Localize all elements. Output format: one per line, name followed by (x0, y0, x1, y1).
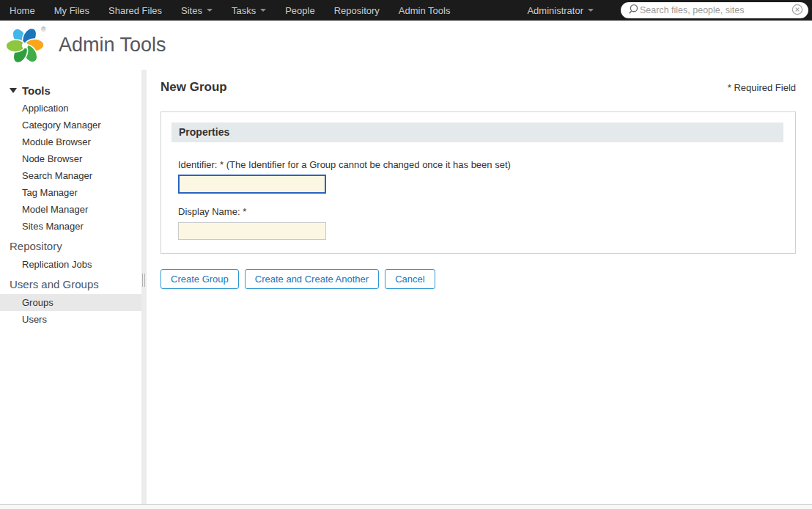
nav-tasks-label: Tasks (232, 5, 256, 16)
page-header-title: Admin Tools (59, 34, 166, 56)
form-buttons: Create Group Create and Create Another C… (160, 269, 796, 289)
display-name-input[interactable] (178, 222, 326, 240)
create-and-create-another-button[interactable]: Create and Create Another (245, 269, 379, 289)
sidebar-item-groups[interactable]: Groups (0, 294, 141, 311)
main-content: New Group * Required Field Properties Id… (147, 70, 812, 504)
nav-people-label: People (285, 5, 314, 16)
user-menu[interactable]: Administrator (517, 0, 603, 21)
nav-admin-tools-label: Admin Tools (399, 5, 451, 16)
splitter-grip-icon (142, 274, 145, 287)
nav-people[interactable]: People (276, 0, 324, 21)
nav-tasks[interactable]: Tasks (222, 0, 276, 21)
create-group-button[interactable]: Create Group (160, 269, 239, 289)
collapse-triangle-icon (10, 88, 17, 93)
search-icon (627, 3, 640, 18)
sidebar-item-node-browser[interactable]: Node Browser (0, 150, 141, 167)
nav-repository[interactable]: Repository (325, 0, 389, 21)
caret-down-icon (588, 9, 594, 12)
sidebar-resize-splitter[interactable] (141, 70, 147, 504)
search-input[interactable] (640, 5, 791, 15)
topbar-right: Administrator (517, 0, 812, 21)
nav-shared-files[interactable]: Shared Files (99, 0, 171, 21)
sidebar-item-sites-manager[interactable]: Sites Manager (0, 218, 141, 235)
footer-divider (0, 504, 812, 509)
registered-mark: ® (41, 26, 46, 33)
sidebar-item-search-manager[interactable]: Search Manager (0, 167, 141, 184)
nav-admin-tools[interactable]: Admin Tools (389, 0, 460, 21)
sidebar-tools-label: Tools (22, 84, 51, 97)
sidebar-item-model-manager[interactable]: Model Manager (0, 201, 141, 218)
title-row: New Group * Required Field (160, 80, 796, 95)
page-title: New Group (160, 80, 227, 95)
nav-my-files[interactable]: My Files (45, 0, 99, 21)
nav-shared-files-label: Shared Files (108, 5, 162, 16)
required-field-note: * Required Field (728, 82, 796, 93)
sidebar-section-users-and-groups: Users and Groups (0, 273, 141, 294)
sidebar-item-application[interactable]: Application (0, 100, 141, 117)
content-region: Tools Application Category Manager Modul… (0, 70, 812, 504)
nav-repository-label: Repository (334, 5, 380, 16)
alfresco-logo: ® (7, 24, 48, 67)
nav-sites[interactable]: Sites (171, 0, 222, 21)
sidebar-section-repository: Repository (0, 235, 141, 256)
caret-down-icon (207, 9, 213, 12)
app-header: ® Admin Tools (0, 21, 812, 70)
caret-down-icon (260, 9, 266, 12)
sidebar-section-tools[interactable]: Tools (0, 82, 141, 100)
search-box[interactable] (621, 2, 808, 18)
identifier-label: Identifier: * (The Identifier for a Grou… (178, 159, 783, 170)
nav-home[interactable]: Home (0, 0, 45, 21)
cancel-button[interactable]: Cancel (385, 269, 435, 289)
display-name-label: Display Name: * (178, 206, 783, 217)
sidebar-item-category-manager[interactable]: Category Manager (0, 117, 141, 133)
nav-sites-label: Sites (181, 5, 202, 16)
properties-panel-header: Properties (171, 122, 783, 142)
sidebar-item-tag-manager[interactable]: Tag Manager (0, 184, 141, 201)
user-menu-label: Administrator (527, 5, 583, 16)
nav-home-label: Home (10, 5, 35, 16)
sidebar-item-users[interactable]: Users (0, 311, 141, 328)
properties-panel: Properties Identifier: * (The Identifier… (160, 111, 796, 254)
identifier-input[interactable] (178, 175, 326, 194)
sidebar-item-replication-jobs[interactable]: Replication Jobs (0, 256, 141, 273)
top-navigation-bar: Home My Files Shared Files Sites Tasks P… (0, 0, 812, 21)
sidebar-item-module-browser[interactable]: Module Browser (0, 133, 141, 150)
clear-search-icon[interactable] (791, 4, 803, 18)
primary-nav: Home My Files Shared Files Sites Tasks P… (0, 0, 459, 21)
nav-my-files-label: My Files (54, 5, 89, 16)
tools-sidebar: Tools Application Category Manager Modul… (0, 70, 141, 504)
